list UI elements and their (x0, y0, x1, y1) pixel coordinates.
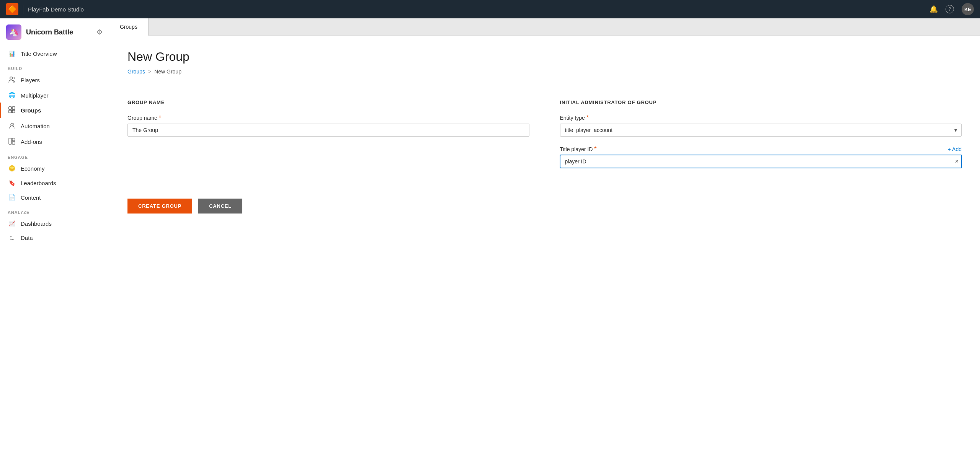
game-icon: 🦄 (6, 24, 21, 40)
sidebar-item-automation[interactable]: Automation (0, 118, 109, 134)
breadcrumb: Groups > New Group (127, 68, 962, 75)
content-icon: 📄 (8, 194, 16, 201)
group-name-section-title: GROUP NAME (127, 99, 529, 105)
playfab-logo: 🔶 (6, 3, 18, 15)
user-avatar[interactable]: KE (962, 3, 974, 15)
group-name-required: * (159, 114, 161, 121)
title-player-id-required: * (594, 146, 596, 153)
sidebar-item-label: Content (21, 194, 41, 201)
data-icon: 🗂 (8, 235, 16, 241)
add-button[interactable]: + Add (948, 146, 962, 152)
svg-rect-4 (9, 110, 11, 113)
topbar-actions: 🔔 ? KE (929, 3, 974, 15)
automation-icon (8, 122, 16, 130)
svg-rect-10 (12, 138, 15, 141)
entity-type-required: * (586, 114, 589, 121)
leaderboards-icon: 🔖 (8, 179, 16, 186)
sidebar-item-label: Multiplayer (21, 92, 49, 99)
section-analyze-label: ANALYZE (0, 205, 109, 216)
sidebar-item-data[interactable]: 🗂 Data (0, 231, 109, 245)
players-icon (8, 76, 16, 84)
section-build-label: BUILD (0, 61, 109, 72)
help-icon[interactable]: ? (946, 5, 954, 13)
bell-icon[interactable]: 🔔 (929, 5, 938, 13)
page-title: New Group (127, 50, 962, 64)
dashboards-icon: 📈 (8, 220, 16, 227)
entity-type-label: Entity type * (560, 114, 962, 121)
sidebar-item-label: Title Overview (21, 51, 57, 57)
sidebar-item-label: Leaderboards (21, 180, 56, 186)
group-name-field: Group name * (127, 114, 529, 137)
svg-rect-2 (9, 107, 11, 109)
entity-type-select[interactable]: title_player_account title master_player… (560, 124, 962, 137)
title-player-id-input[interactable] (560, 155, 962, 168)
sidebar-item-economy[interactable]: 🪙 Economy (0, 161, 109, 176)
svg-rect-5 (12, 110, 15, 113)
admin-section-title: INITIAL ADMINISTRATOR OF GROUP (560, 99, 962, 105)
sidebar-item-dashboards[interactable]: 📈 Dashboards (0, 216, 109, 231)
group-name-input[interactable] (127, 124, 529, 137)
create-group-button[interactable]: CREATE GROUP (127, 199, 192, 214)
page-content: New Group Groups > New Group GROUP NAME … (109, 36, 980, 458)
title-overview-icon: 📊 (8, 50, 16, 57)
group-name-column: GROUP NAME Group name * (127, 99, 529, 177)
sidebar-item-label: Economy (21, 165, 45, 172)
sidebar-item-players[interactable]: Players (0, 72, 109, 88)
studio-name: PlayFab Demo Studio (28, 6, 925, 13)
main-layout: 🦄 Unicorn Battle ⚙ 📊 Title Overview BUIL… (0, 18, 980, 458)
sidebar-item-addons[interactable]: Add-ons (0, 134, 109, 150)
sidebar-item-label: Dashboards (21, 220, 52, 227)
svg-rect-3 (12, 107, 15, 109)
group-name-label: Group name * (127, 114, 529, 121)
entity-type-select-wrapper: title_player_account title master_player… (560, 124, 962, 137)
economy-icon: 🪙 (8, 165, 16, 172)
tab-groups[interactable]: Groups (109, 18, 149, 36)
form-divider (127, 87, 962, 87)
settings-icon[interactable]: ⚙ (96, 28, 103, 36)
cancel-button[interactable]: CANCEL (198, 199, 242, 214)
svg-point-6 (11, 124, 13, 126)
svg-rect-11 (12, 142, 15, 144)
game-title: Unicorn Battle (26, 28, 73, 36)
title-player-id-label: Title player ID * (560, 146, 597, 153)
form-columns: GROUP NAME Group name * INITIAL ADMINIST… (127, 99, 962, 177)
breadcrumb-groups-link[interactable]: Groups (127, 68, 145, 75)
sidebar-item-label: Data (21, 235, 33, 241)
sidebar: 🦄 Unicorn Battle ⚙ 📊 Title Overview BUIL… (0, 18, 109, 458)
topbar: 🔶 PlayFab Demo Studio 🔔 ? KE (0, 0, 980, 18)
sidebar-item-title-overview[interactable]: 📊 Title Overview (0, 46, 109, 61)
svg-rect-9 (9, 138, 11, 144)
sidebar-item-label: Add-ons (21, 139, 42, 145)
sidebar-header: 🦄 Unicorn Battle ⚙ (0, 18, 109, 46)
section-engage-label: ENGAGE (0, 150, 109, 161)
title-player-id-field: Title player ID * + Add × (560, 146, 962, 168)
sidebar-item-groups[interactable]: Groups (0, 103, 109, 118)
tab-bar: Groups (109, 18, 980, 36)
groups-icon (8, 106, 16, 114)
action-buttons: CREATE GROUP CANCEL (127, 192, 962, 214)
multiplayer-icon: 🌐 (8, 92, 16, 99)
breadcrumb-separator: > (148, 68, 151, 75)
sidebar-item-label: Automation (21, 123, 50, 129)
title-player-id-input-wrapper: × (560, 155, 962, 168)
clear-input-button[interactable]: × (955, 158, 959, 165)
admin-column: INITIAL ADMINISTRATOR OF GROUP Entity ty… (560, 99, 962, 177)
sidebar-item-multiplayer[interactable]: 🌐 Multiplayer (0, 88, 109, 103)
content-area: Groups New Group Groups > New Group GROU… (109, 18, 980, 458)
breadcrumb-current: New Group (154, 68, 181, 75)
svg-point-1 (13, 77, 15, 79)
title-player-id-header: Title player ID * + Add (560, 146, 962, 153)
sidebar-item-content[interactable]: 📄 Content (0, 190, 109, 205)
sidebar-item-leaderboards[interactable]: 🔖 Leaderboards (0, 176, 109, 190)
topbar-divider (23, 5, 23, 14)
sidebar-item-label: Groups (21, 107, 41, 114)
sidebar-item-label: Players (21, 77, 40, 83)
addons-icon (8, 138, 16, 146)
svg-point-0 (10, 77, 12, 79)
entity-type-field: Entity type * title_player_account title… (560, 114, 962, 137)
